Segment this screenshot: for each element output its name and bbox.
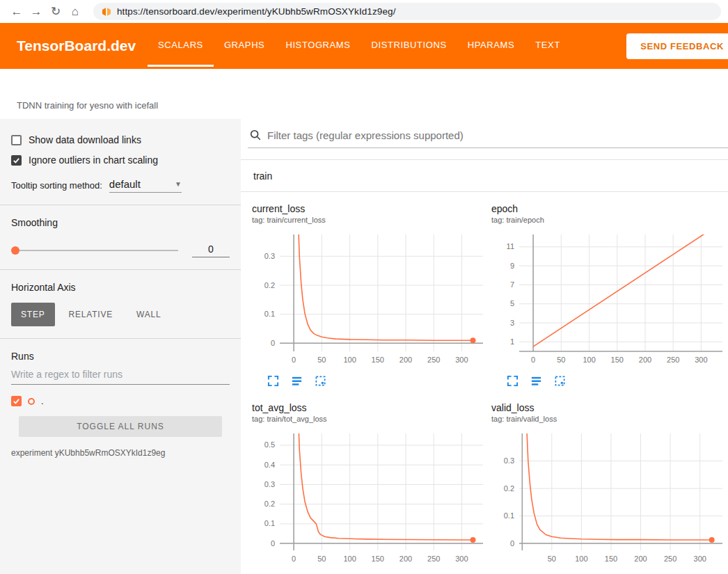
chart-card-epoch: epoch tag: train/epoch 05010015020025030… [491, 203, 727, 387]
runs-filter-input[interactable] [11, 363, 230, 385]
axis-step-button[interactable]: STEP [11, 303, 55, 326]
svg-text:0.2: 0.2 [264, 500, 275, 508]
run-checkbox[interactable] [11, 396, 22, 406]
svg-text:0.5: 0.5 [264, 440, 275, 449]
svg-text:0.1: 0.1 [264, 519, 275, 527]
svg-text:150: 150 [611, 356, 624, 364]
tooltip-sorting-dropdown[interactable]: default ▼ [109, 178, 182, 193]
svg-text:0: 0 [292, 555, 296, 563]
tooltip-sorting-label: Tooltip sorting method: [11, 180, 102, 193]
svg-text:200: 200 [399, 555, 412, 563]
svg-text:200: 200 [634, 555, 647, 563]
smoothing-slider-row: 0 [11, 244, 230, 257]
runs-label: Runs [11, 351, 230, 362]
svg-text:0.3: 0.3 [264, 480, 275, 488]
svg-text:50: 50 [317, 356, 326, 364]
train-section-header[interactable]: train [241, 160, 728, 192]
smoothing-slider-thumb[interactable] [11, 246, 19, 255]
chart-title: current_loss [252, 203, 487, 214]
ignore-outliers-row: Ignore outliers in chart scaling [11, 154, 230, 166]
show-download-links-row: Show data download links [11, 134, 230, 145]
app-logo: TensorBoard.dev [17, 23, 136, 69]
browser-chrome: ← → ↻ ⌂ https://tensorboard.dev/experime… [0, 0, 728, 23]
svg-text:0: 0 [531, 356, 535, 364]
svg-text:5: 5 [510, 299, 514, 308]
svg-text:300: 300 [695, 356, 707, 364]
svg-text:0: 0 [292, 356, 296, 364]
chart-plot[interactable]: 0501001502002503001357911 [491, 229, 727, 371]
divider [0, 338, 241, 339]
data-table-icon[interactable] [291, 375, 303, 387]
svg-text:100: 100 [343, 555, 356, 563]
chart-tag: tag: train/epoch [491, 216, 727, 224]
divider [0, 205, 241, 205]
chart-title: tot_avg_loss [252, 402, 487, 413]
url-text: https://tensorboard.dev/experiment/yKUbh… [117, 6, 396, 17]
svg-text:150: 150 [372, 555, 384, 563]
chart-plot[interactable]: 05010015020025030000.10.20.30.40.5 [252, 428, 487, 570]
search-icon [249, 129, 262, 141]
horizontal-axis-label: Horizontal Axis [11, 282, 230, 293]
svg-text:250: 250 [664, 555, 676, 563]
axis-relative-button[interactable]: RELATIVE [59, 303, 123, 326]
main-content: train current_loss tag: train/current_lo… [241, 119, 728, 574]
run-color-icon [28, 398, 35, 405]
settings-sidebar: Show data download links Ignore outliers… [0, 119, 241, 574]
show-download-links-checkbox[interactable] [11, 135, 22, 145]
chart-toolbar [491, 375, 727, 387]
experiment-bar: TDNN training for yesno with icefall [0, 69, 728, 119]
smoothing-slider[interactable] [13, 250, 178, 251]
train-card: train current_loss tag: train/current_lo… [241, 159, 728, 574]
page: ← → ↻ ⌂ https://tensorboard.dev/experime… [0, 0, 728, 574]
ignore-outliers-checkbox[interactable] [11, 155, 22, 166]
fit-domain-icon[interactable] [554, 375, 566, 387]
chart-card-valid-loss: valid_loss tag: train/valid_loss 5010015… [491, 402, 727, 574]
smoothing-value-field[interactable]: 0 [192, 244, 230, 257]
address-bar[interactable]: https://tensorboard.dev/experiment/yKUbh… [93, 3, 721, 20]
svg-text:0.1: 0.1 [264, 310, 275, 318]
send-feedback-button[interactable]: SEND FEEDBACK [626, 33, 728, 59]
tab-histograms[interactable]: HISTOGRAMS [275, 23, 361, 67]
divider [0, 269, 241, 270]
svg-text:300: 300 [694, 555, 706, 563]
back-icon[interactable]: ← [7, 5, 26, 19]
svg-text:0.4: 0.4 [264, 461, 275, 469]
chart-plot[interactable]: 5010015020025030000.10.20.3 [491, 428, 727, 570]
svg-text:1: 1 [510, 337, 514, 346]
smoothing-label: Smoothing [11, 217, 230, 228]
home-icon[interactable]: ⌂ [65, 5, 85, 19]
svg-text:300: 300 [455, 555, 468, 563]
fit-domain-icon[interactable] [315, 375, 326, 387]
data-table-icon[interactable] [530, 375, 542, 387]
svg-text:100: 100 [583, 356, 595, 364]
svg-text:0.1: 0.1 [504, 511, 514, 520]
tab-hparams[interactable]: HPARAMS [457, 23, 525, 67]
chart-tag: tag: train/tot_avg_loss [252, 415, 487, 423]
svg-text:200: 200 [639, 356, 651, 364]
tab-scalars[interactable]: SCALARS [148, 23, 214, 67]
svg-text:0: 0 [271, 539, 275, 548]
toggle-all-runs-button[interactable]: TOGGLE ALL RUNS [19, 416, 222, 437]
svg-text:0: 0 [510, 539, 514, 548]
axis-wall-button[interactable]: WALL [127, 303, 171, 326]
chart-title: valid_loss [491, 402, 727, 413]
tab-graphs[interactable]: GRAPHS [214, 23, 276, 67]
app-header: TensorBoard.dev SCALARS GRAPHS HISTOGRAM… [0, 23, 728, 69]
svg-text:150: 150 [605, 555, 617, 563]
reload-icon[interactable]: ↻ [46, 4, 65, 19]
ignore-outliers-label: Ignore outliers in chart scaling [29, 154, 158, 166]
forward-icon[interactable]: → [26, 5, 46, 19]
svg-text:250: 250 [427, 555, 440, 563]
tab-distributions[interactable]: DISTRIBUTIONS [361, 23, 457, 67]
experiment-title: TDNN training for yesno with icefall [17, 100, 158, 111]
tag-filter-row [248, 125, 728, 148]
tag-filter-input[interactable] [267, 129, 728, 141]
expand-chart-icon[interactable] [507, 375, 519, 387]
svg-text:50: 50 [317, 555, 326, 563]
chart-plot[interactable]: 05010015020025030000.10.20.3 [252, 229, 487, 371]
expand-chart-icon[interactable] [267, 375, 279, 387]
svg-text:100: 100 [575, 555, 587, 563]
chart-tag: tag: train/current_loss [252, 216, 487, 224]
tab-text[interactable]: TEXT [525, 23, 571, 67]
experiment-id-note: experiment yKUbhb5wRmOSXYkId1z9eg [11, 448, 230, 458]
